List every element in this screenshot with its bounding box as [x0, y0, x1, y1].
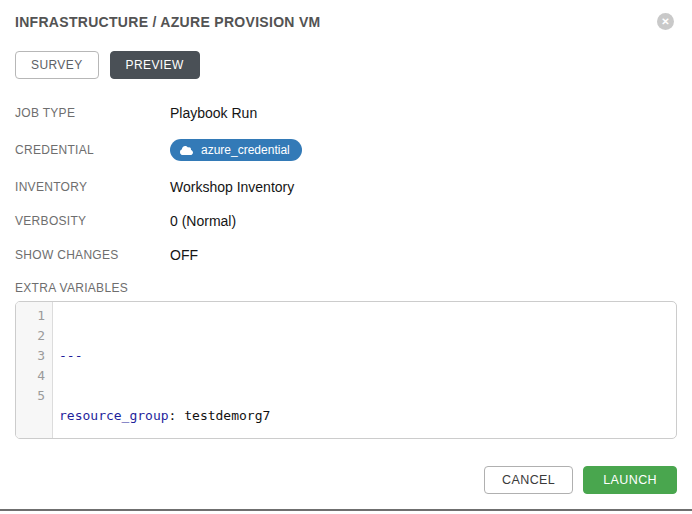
- tab-bar: SURVEY PREVIEW: [15, 51, 677, 79]
- code-line: ---: [59, 346, 676, 366]
- cancel-button[interactable]: CANCEL: [484, 466, 573, 494]
- launch-button[interactable]: LAUNCH: [583, 466, 677, 494]
- modal-header: INFRASTRUCTURE / AZURE PROVISION VM ✕: [15, 14, 677, 30]
- detail-row-inventory: INVENTORY Workshop Inventory: [15, 179, 677, 195]
- window-bottom-border: [0, 509, 692, 511]
- credential-badge-label: azure_credential: [201, 143, 290, 157]
- detail-row-verbosity: VERBOSITY 0 (Normal): [15, 213, 677, 229]
- tab-survey[interactable]: SURVEY: [15, 51, 99, 79]
- line-number: 1: [16, 306, 45, 326]
- detail-label: INVENTORY: [15, 180, 170, 194]
- detail-label: VERBOSITY: [15, 214, 170, 228]
- tab-preview[interactable]: PREVIEW: [110, 51, 200, 79]
- line-number: 3: [16, 346, 45, 366]
- detail-value: 0 (Normal): [170, 213, 236, 229]
- detail-value: Workshop Inventory: [170, 179, 294, 195]
- detail-value: OFF: [170, 247, 198, 263]
- extra-variables-label: EXTRA VARIABLES: [15, 281, 677, 295]
- job-details: JOB TYPE Playbook Run CREDENTIAL azure_c…: [15, 105, 677, 263]
- editor-gutter: 1 2 3 4 5: [16, 302, 53, 438]
- close-button[interactable]: ✕: [657, 13, 674, 30]
- detail-label: CREDENTIAL: [15, 143, 170, 157]
- line-number: 4: [16, 366, 45, 386]
- detail-label: SHOW CHANGES: [15, 248, 170, 262]
- extra-variables-editor[interactable]: 1 2 3 4 5 --- resource_group: testdemorg…: [15, 301, 677, 439]
- close-icon: ✕: [657, 13, 674, 30]
- modal-title: INFRASTRUCTURE / AZURE PROVISION VM: [15, 14, 677, 30]
- detail-row-credential: CREDENTIAL azure_credential: [15, 139, 677, 161]
- credential-badge[interactable]: azure_credential: [170, 139, 302, 161]
- cloud-icon: [180, 145, 193, 156]
- detail-row-show-changes: SHOW CHANGES OFF: [15, 247, 677, 263]
- detail-value: Playbook Run: [170, 105, 257, 121]
- detail-label: JOB TYPE: [15, 106, 170, 120]
- line-number: 2: [16, 326, 45, 346]
- detail-row-job-type: JOB TYPE Playbook Run: [15, 105, 677, 121]
- code-line: resource_group: testdemorg7: [59, 406, 676, 426]
- line-number: 5: [16, 386, 45, 406]
- editor-code-area: --- resource_group: testdemorg7 location…: [53, 302, 676, 438]
- job-launch-preview-modal: INFRASTRUCTURE / AZURE PROVISION VM ✕ SU…: [0, 0, 692, 514]
- modal-footer: CANCEL LAUNCH: [15, 466, 677, 494]
